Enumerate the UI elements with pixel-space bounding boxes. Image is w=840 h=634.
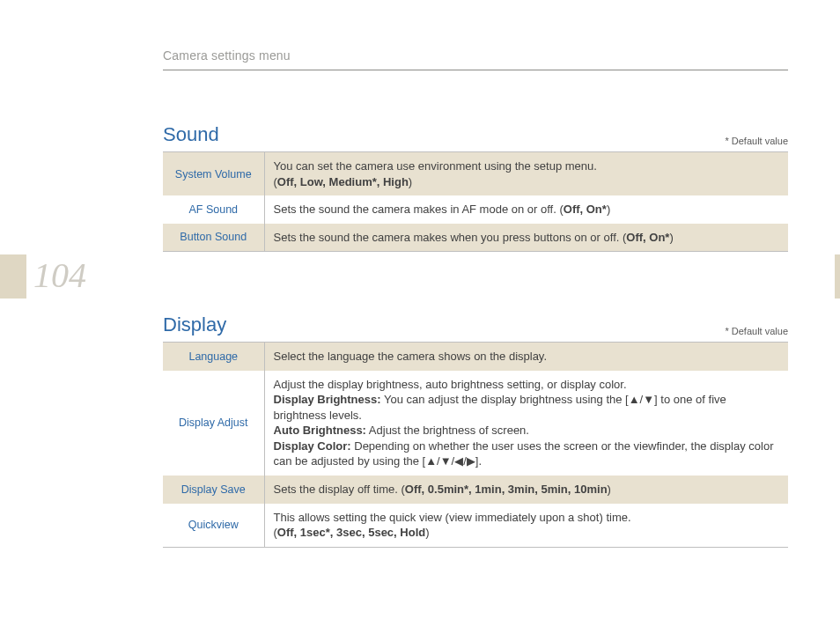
options: Off, Low, Medium*, High — [277, 175, 409, 188]
right-margin-accent — [835, 254, 840, 299]
text: ]. — [475, 454, 482, 468]
row-desc-display-adjust: Adjust the display brightness, auto brig… — [264, 371, 788, 476]
row-desc-button-sound: Sets the sound the camera makes when you… — [264, 224, 788, 252]
text: Sets the sound the camera makes in AF mo… — [274, 203, 564, 216]
text: This allows setting the quick view (view… — [274, 511, 631, 524]
row-label-quickview: Quickview — [163, 504, 264, 548]
section-display: Display * Default value Language Select … — [163, 313, 788, 547]
text: You can set the camera use environment u… — [274, 159, 597, 173]
page-content: Camera settings menu Sound * Default val… — [163, 48, 788, 548]
table-row: System Volume You can set the camera use… — [163, 152, 788, 196]
display-table: Language Select the language the camera … — [163, 342, 788, 547]
default-note-sound: * Default value — [725, 136, 788, 146]
default-note-display: * Default value — [725, 326, 788, 336]
row-label-display-adjust: Display Adjust — [163, 371, 264, 476]
row-desc-language: Select the language the camera shows on … — [264, 343, 788, 371]
row-label-language: Language — [163, 343, 264, 371]
options: Off, 0.5min*, 1min, 3min, 5min, 10min — [405, 483, 608, 496]
text: ) — [607, 203, 610, 216]
table-row: Display Save Sets the display off time. … — [163, 476, 788, 504]
table-row: Display Adjust Adjust the display bright… — [163, 371, 788, 476]
four-way-arrows-icon: ▲/▼/◀/▶ — [425, 454, 475, 468]
options: Off, 1sec*, 3sec, 5sec, Hold — [277, 526, 425, 539]
section-title-sound: Sound — [163, 123, 219, 146]
row-label-system-volume: System Volume — [163, 152, 264, 196]
text: Adjust the brightness of screen. — [366, 424, 529, 437]
row-desc-af-sound: Sets the sound the camera makes in AF mo… — [264, 195, 788, 224]
row-label-button-sound: Button Sound — [163, 224, 264, 252]
section-title-display: Display — [163, 313, 226, 336]
text: ) — [425, 526, 429, 539]
breadcrumb: Camera settings menu — [163, 48, 788, 70]
subheading: Display Color: — [274, 439, 351, 453]
row-desc-quickview: This allows setting the quick view (view… — [264, 504, 788, 548]
options: Off, On* — [564, 203, 607, 216]
table-row: AF Sound Sets the sound the camera makes… — [163, 195, 788, 224]
section-sound: Sound * Default value System Volume You … — [163, 123, 788, 252]
sound-table: System Volume You can set the camera use… — [163, 151, 788, 252]
text: ) — [669, 231, 673, 244]
page-number: 104 — [33, 254, 86, 296]
table-row: Button Sound Sets the sound the camera m… — [163, 224, 788, 252]
page-number-accent — [0, 254, 26, 299]
row-label-display-save: Display Save — [163, 476, 264, 504]
subheading: Display Brightness: — [274, 393, 381, 406]
subheading: Auto Brightness: — [274, 424, 366, 437]
table-row: Language Select the language the camera … — [163, 343, 788, 371]
options: Off, On* — [626, 231, 669, 244]
text: ) — [608, 483, 611, 496]
text: Sets the sound the camera makes when you… — [274, 231, 627, 244]
row-desc-system-volume: You can set the camera use environment u… — [264, 152, 788, 196]
row-label-af-sound: AF Sound — [163, 195, 264, 224]
up-down-arrows-icon: ▲/▼ — [629, 393, 654, 406]
row-desc-display-save: Sets the display off time. (Off, 0.5min*… — [264, 476, 788, 504]
text: Adjust the display brightness, auto brig… — [274, 378, 627, 391]
text: Sets the display off time. ( — [274, 483, 405, 496]
table-row: Quickview This allows setting the quick … — [163, 504, 788, 548]
text: ) — [409, 175, 412, 188]
text: You can adjust the display brightness us… — [381, 393, 629, 406]
